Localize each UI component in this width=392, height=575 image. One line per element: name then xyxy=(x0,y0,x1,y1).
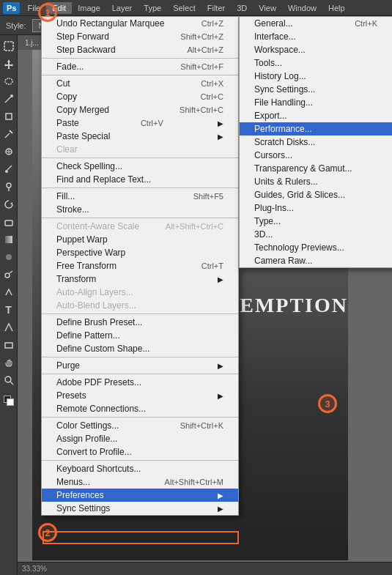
menu-remote-connections[interactable]: Remote Connections... xyxy=(42,402,238,415)
prefs-interface[interactable]: Interface... xyxy=(240,30,392,43)
prefs-general[interactable]: General... Ctrl+K xyxy=(240,17,392,30)
menu-copy-merged[interactable]: Copy Merged Shift+Ctrl+C xyxy=(42,103,238,116)
separator-2 xyxy=(42,75,238,75)
annotation-3: 3 xyxy=(318,394,337,413)
prefs-scratch-disks[interactable]: Scratch Disks... xyxy=(240,136,392,149)
menu-find-replace[interactable]: Find and Replace Text... xyxy=(42,173,238,186)
prefs-tools[interactable]: Tools... xyxy=(240,56,392,70)
menu-preferences[interactable]: Preferences xyxy=(42,489,238,502)
prefs-history-log[interactable]: History Log... xyxy=(240,70,392,83)
prefs-3d[interactable]: 3D... xyxy=(240,228,392,241)
prefs-transparency-gamut[interactable]: Transparency & Gamut... xyxy=(240,162,392,175)
menu-presets[interactable]: Presets xyxy=(42,389,238,402)
menu-paste-special[interactable]: Paste Special xyxy=(42,130,238,143)
menu-fill[interactable]: Fill... Shift+F5 xyxy=(42,190,238,203)
edit-menu: Undo Rectangular Marquee Ctrl+Z Step For… xyxy=(41,16,239,516)
separator-10 xyxy=(42,460,238,461)
menu-convert-to-profile[interactable]: Convert to Profile... xyxy=(42,445,238,459)
separator-7 xyxy=(42,357,238,357)
preferences-highlight xyxy=(42,531,239,544)
menu-step-forward[interactable]: Step Forward Shift+Ctrl+Z xyxy=(42,30,238,43)
menu-define-pattern[interactable]: Define Pattern... xyxy=(42,329,238,342)
menu-stroke[interactable]: Stroke... xyxy=(42,203,238,216)
menu-pdf-presets[interactable]: Adobe PDF Presets... xyxy=(42,376,238,389)
separator-3 xyxy=(42,157,238,158)
separator-6 xyxy=(42,314,238,314)
separator-4 xyxy=(42,188,238,188)
menu-copy[interactable]: Copy Ctrl+C xyxy=(42,90,238,103)
menu-paste[interactable]: Paste Ctrl+V xyxy=(42,116,238,130)
menu-keyboard-shortcuts[interactable]: Keyboard Shortcuts... xyxy=(42,462,238,475)
menu-check-spelling[interactable]: Check Spelling... xyxy=(42,160,238,173)
preferences-submenu: General... Ctrl+K Interface... Workspace… xyxy=(239,16,392,268)
prefs-tech-previews[interactable]: Technology Previews... xyxy=(240,241,392,254)
menu-clear[interactable]: Clear xyxy=(42,143,238,156)
prefs-camera-raw[interactable]: Camera Raw... xyxy=(240,254,392,267)
menu-puppet-warp[interactable]: Puppet Warp xyxy=(42,233,238,246)
prefs-workspace[interactable]: Workspace... xyxy=(240,43,392,56)
menu-content-aware-scale[interactable]: Content-Aware Scale Alt+Shift+Ctrl+C xyxy=(42,220,238,233)
prefs-cursors[interactable]: Cursors... xyxy=(240,149,392,162)
prefs-performance[interactable]: Performance... xyxy=(240,122,392,136)
prefs-guides-grid[interactable]: Guides, Grid & Slices... xyxy=(240,188,392,201)
menu-perspective-warp[interactable]: Perspective Warp xyxy=(42,246,238,259)
menu-step-backward[interactable]: Step Backward Alt+Ctrl+Z xyxy=(42,43,238,56)
menu-fade[interactable]: Fade... Shift+Ctrl+F xyxy=(42,60,238,73)
annotation-2: 2 xyxy=(38,523,57,542)
menu-purge[interactable]: Purge xyxy=(42,359,238,372)
separator-9 xyxy=(42,417,238,418)
menu-define-brush[interactable]: Define Brush Preset... xyxy=(42,316,238,329)
menu-sync-settings[interactable]: Sync Settings xyxy=(42,502,238,515)
dropdown-overlay: Undo Rectangular Marquee Ctrl+Z Step For… xyxy=(0,0,392,575)
prefs-sync-settings[interactable]: Sync Settings... xyxy=(240,83,392,96)
separator-5 xyxy=(42,218,238,218)
menu-define-shape[interactable]: Define Custom Shape... xyxy=(42,342,238,355)
menu-assign-profile[interactable]: Assign Profile... xyxy=(42,432,238,445)
menu-free-transform[interactable]: Free Transform Ctrl+T xyxy=(42,259,238,272)
prefs-units-rulers[interactable]: Units & Rulers... xyxy=(240,175,392,188)
prefs-file-handling[interactable]: File Handling... xyxy=(240,96,392,109)
menu-transform[interactable]: Transform xyxy=(42,272,238,286)
prefs-plugins[interactable]: Plug-Ins... xyxy=(240,201,392,215)
separator-1 xyxy=(42,58,238,59)
menu-menus[interactable]: Menus... Alt+Shift+Ctrl+M xyxy=(42,475,238,489)
prefs-export[interactable]: Export... xyxy=(240,109,392,122)
menu-cut[interactable]: Cut Ctrl+X xyxy=(42,77,238,90)
menu-auto-align[interactable]: Auto-Align Layers... xyxy=(42,286,238,299)
menu-auto-blend[interactable]: Auto-Blend Layers... xyxy=(42,299,238,312)
menu-undo[interactable]: Undo Rectangular Marquee Ctrl+Z xyxy=(42,17,238,30)
prefs-type[interactable]: Type... xyxy=(240,215,392,228)
separator-8 xyxy=(42,374,238,374)
menu-color-settings[interactable]: Color Settings... Shift+Ctrl+K xyxy=(42,419,238,432)
